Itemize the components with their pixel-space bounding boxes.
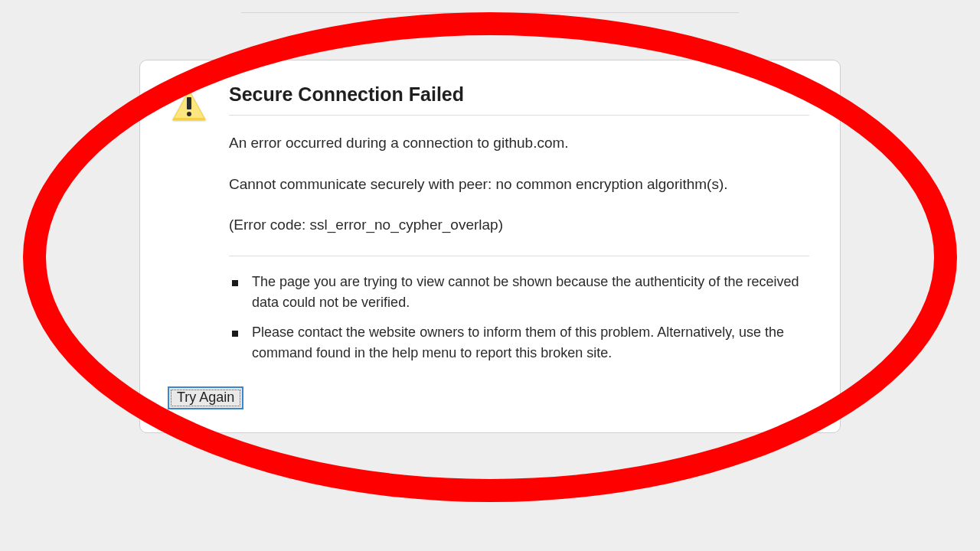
try-again-button[interactable]: Try Again bbox=[168, 386, 243, 409]
error-bullet-list: The page you are trying to view cannot b… bbox=[229, 272, 809, 364]
error-content: Secure Connection Failed An error occurr… bbox=[229, 83, 809, 409]
error-card: Secure Connection Failed An error occurr… bbox=[139, 60, 841, 433]
error-bullet-item: The page you are trying to view cannot b… bbox=[246, 272, 809, 313]
error-code-text: (Error code: ssl_error_no_cypher_overlap… bbox=[229, 214, 809, 256]
error-intro-text: An error occurred during a connection to… bbox=[229, 132, 809, 154]
error-detail-text: Cannot communicate securely with peer: n… bbox=[229, 174, 809, 195]
error-page-viewport: Secure Connection Failed An error occurr… bbox=[0, 0, 980, 551]
top-divider bbox=[241, 12, 739, 13]
error-title: Secure Connection Failed bbox=[229, 83, 809, 116]
warning-icon bbox=[171, 86, 207, 123]
icon-column bbox=[171, 83, 207, 123]
error-bullet-item: Please contact the website owners to inf… bbox=[246, 322, 809, 364]
button-row: Try Again bbox=[168, 386, 809, 409]
